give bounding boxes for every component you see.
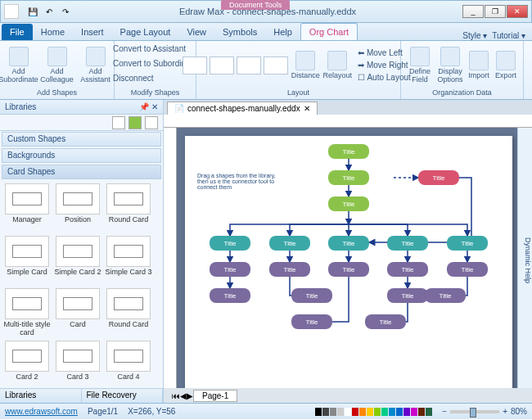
tab-symbols[interactable]: Symbols (214, 24, 265, 40)
color-swatch[interactable] (315, 408, 322, 416)
define-field-button[interactable]: Define Field (406, 45, 434, 86)
color-swatch[interactable] (389, 408, 395, 416)
org-node[interactable]: Title (328, 170, 369, 185)
add-colleague-button[interactable]: Add Colleague (39, 45, 75, 86)
distance-button[interactable]: Distance (291, 49, 320, 82)
add-subordinate-button[interactable]: Add Subordinate (1, 45, 37, 86)
org-node[interactable]: Title (328, 236, 369, 251)
display-options-button[interactable]: Display Options (436, 45, 464, 86)
status-url[interactable]: www.edrawsoft.com (5, 407, 78, 416)
color-swatch[interactable] (367, 408, 373, 416)
shape-thumbnail[interactable]: Simple Card 2 (54, 236, 101, 285)
color-swatch[interactable] (411, 408, 417, 416)
category-backgrounds[interactable]: Backgrounds (2, 148, 161, 163)
relayout-button[interactable]: Relayout (322, 49, 352, 82)
sidebar-tab-libraries[interactable]: Libraries (0, 389, 82, 403)
org-node[interactable]: Title (210, 288, 250, 303)
org-node[interactable]: Title (269, 262, 310, 277)
org-node[interactable]: Title (447, 262, 488, 277)
org-node[interactable]: Title (291, 288, 332, 303)
tab-home[interactable]: Home (33, 24, 73, 40)
category-card-shapes[interactable]: Card Shapes (2, 165, 161, 179)
color-swatch[interactable] (396, 408, 403, 416)
tab-help[interactable]: Help (265, 24, 300, 40)
page-nav-next-icon[interactable]: ▶ (187, 391, 193, 400)
category-custom-shapes[interactable]: Custom Shapes (2, 132, 161, 147)
org-node[interactable]: Title (365, 314, 406, 329)
color-palette[interactable] (315, 408, 432, 416)
org-node[interactable]: Title (291, 314, 332, 329)
org-node[interactable]: Title (387, 288, 428, 303)
import-button[interactable]: Import (467, 49, 491, 82)
shape-thumbnail[interactable]: Position (54, 183, 101, 233)
close-button[interactable]: ✕ (507, 5, 528, 18)
color-swatch[interactable] (418, 408, 425, 416)
drawing-page[interactable]: Drag a shapes from the library, then us … (185, 136, 512, 388)
zoom-in-icon[interactable]: + (503, 407, 507, 416)
layout-style-1-icon[interactable] (183, 56, 207, 75)
sidebar-pin-icon[interactable]: 📌 ✕ (139, 102, 158, 111)
layout-style-2-icon[interactable] (210, 56, 234, 75)
add-assistant-button[interactable]: Add Assistant (78, 45, 114, 86)
color-swatch[interactable] (381, 408, 388, 416)
export-button[interactable]: Export (494, 49, 518, 82)
color-swatch[interactable] (330, 408, 336, 416)
shape-thumbnail[interactable]: Multi-title style card (3, 288, 51, 337)
layout-style-3-icon[interactable] (237, 56, 261, 75)
shape-thumbnail[interactable]: Simple Card (3, 236, 51, 285)
color-swatch[interactable] (322, 408, 329, 416)
sidebar-tool-3[interactable] (145, 116, 158, 129)
org-node[interactable]: Title (210, 236, 250, 251)
sidebar-add-button[interactable] (128, 116, 142, 129)
org-node[interactable]: Title (328, 262, 369, 277)
sidebar-tool-1[interactable] (112, 116, 125, 129)
zoom-slider[interactable] (450, 410, 499, 413)
shape-thumbnail[interactable]: Round Card (105, 183, 152, 233)
page-nav-prev-icon[interactable]: ◀ (180, 391, 187, 400)
tab-file[interactable]: File (2, 24, 33, 40)
color-swatch[interactable] (352, 408, 358, 416)
zoom-out-icon[interactable]: − (442, 407, 447, 416)
minimize-button[interactable]: _ (462, 5, 484, 18)
tab-view[interactable]: View (178, 24, 214, 40)
org-node[interactable]: Title (210, 262, 250, 277)
style-dropdown[interactable]: Style ▾ (462, 31, 487, 40)
shape-thumbnail[interactable]: Round Card (105, 288, 152, 337)
color-swatch[interactable] (345, 408, 351, 416)
page-tab[interactable]: Page-1 (193, 390, 237, 402)
qat-redo-icon[interactable]: ↷ (58, 4, 73, 19)
page-nav-first-icon[interactable]: ⏮ (172, 391, 180, 400)
tutorial-dropdown[interactable]: Tutorial ▾ (492, 31, 525, 40)
color-swatch[interactable] (404, 408, 410, 416)
org-node[interactable]: Title (328, 196, 369, 211)
layout-style-4-icon[interactable] (264, 56, 288, 75)
convert-assistant-button[interactable]: Convert to Assistant (110, 43, 189, 55)
org-node[interactable]: Title (387, 236, 428, 251)
org-node[interactable]: Title (447, 236, 488, 251)
color-swatch[interactable] (337, 408, 344, 416)
shape-thumbnail[interactable]: Manager (3, 183, 51, 233)
color-swatch[interactable] (426, 408, 432, 416)
qat-undo-icon[interactable]: ↶ (42, 4, 56, 19)
color-swatch[interactable] (374, 408, 381, 416)
tab-orgchart[interactable]: Org Chart (300, 23, 358, 40)
shape-thumbnail[interactable]: Card 2 (3, 341, 51, 388)
org-node[interactable]: Title (425, 288, 466, 303)
shape-thumbnail[interactable]: Simple Card 3 (105, 236, 152, 285)
tab-insert[interactable]: Insert (73, 24, 112, 40)
canvas[interactable]: Drag a shapes from the library, then us … (177, 128, 517, 388)
sidebar-tab-filerecovery[interactable]: File Recovery (82, 389, 164, 403)
qat-save-icon[interactable]: 💾 (25, 4, 40, 19)
document-tab[interactable]: 📄 connect-shapes-manually.eddx ✕ (167, 102, 318, 115)
dynamic-help-panel[interactable]: Dynamic Help (517, 128, 532, 388)
color-swatch[interactable] (359, 408, 366, 416)
shape-thumbnail[interactable]: Card 4 (105, 341, 152, 388)
shape-thumbnail[interactable]: Card (54, 288, 101, 337)
org-node[interactable]: Title (269, 236, 310, 251)
shape-thumbnail[interactable]: Card 3 (54, 341, 101, 388)
maximize-button[interactable]: ❐ (485, 5, 506, 18)
org-node[interactable]: Title (328, 144, 369, 159)
org-node[interactable]: Title (387, 262, 428, 277)
disconnect-button[interactable]: Disconnect (110, 72, 156, 84)
org-node[interactable]: Title (418, 170, 459, 185)
